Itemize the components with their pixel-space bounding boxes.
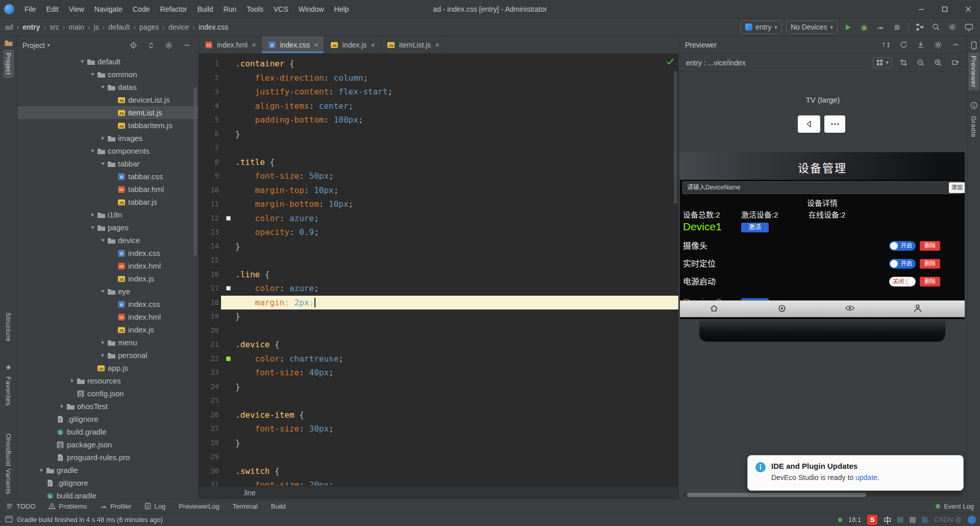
chevron-right-icon[interactable] <box>99 135 106 141</box>
breadcrumb-device[interactable]: device <box>168 23 189 31</box>
tree-item-itemlist-js[interactable]: JSitemList.js <box>17 106 198 119</box>
caret-position[interactable]: 18:1 <box>848 516 861 523</box>
tree-item-i18n[interactable]: i18n <box>17 208 198 221</box>
code-line[interactable]: 14} <box>199 240 678 254</box>
delete-button[interactable]: 删除 <box>920 259 940 269</box>
delete-button[interactable]: 删除 <box>920 241 940 251</box>
menu-window[interactable]: Window <box>293 0 329 18</box>
project-scrollbar[interactable] <box>193 87 197 256</box>
code-line[interactable]: 22 color: chartreuse; <box>199 352 678 366</box>
code-line[interactable]: 15 <box>199 253 678 268</box>
close-button[interactable] <box>957 0 980 18</box>
delete-button[interactable]: 删除 <box>920 277 940 286</box>
tree-item-components[interactable]: components <box>17 145 198 157</box>
breadcrumb-default[interactable]: default <box>108 23 130 31</box>
person-icon[interactable] <box>914 304 922 315</box>
breadcrumb-main[interactable]: main <box>69 23 84 31</box>
code-line[interactable]: 1.container { <box>199 57 678 71</box>
export-icon[interactable] <box>915 39 927 51</box>
tab-index-hml[interactable]: <>index.hml× <box>199 36 262 53</box>
tree-item-index-hml[interactable]: <>index.hml <box>17 310 198 323</box>
code-line[interactable]: 23 font-size: 40px; <box>199 366 678 380</box>
run-config-select[interactable]: entry ▾ <box>741 20 782 34</box>
tree-item-config-json[interactable]: {}config.json <box>17 387 198 400</box>
menu-code[interactable]: Code <box>128 0 155 18</box>
code-line[interactable]: 13 opacity: 0.9; <box>199 225 678 240</box>
tree-item-ohostest[interactable]: ohosTest <box>17 400 198 413</box>
breadcrumb-src[interactable]: src <box>50 23 59 31</box>
tree-item-pages[interactable]: pages <box>17 221 198 234</box>
frame-icon[interactable] <box>897 57 910 69</box>
chevron-down-icon[interactable] <box>99 289 106 294</box>
project-view-select[interactable]: Project ▾ <box>22 41 50 50</box>
code-line[interactable]: 11 margin-bottom: 10px; <box>199 197 678 211</box>
eye-icon[interactable] <box>845 304 854 314</box>
tree-item-default[interactable]: default <box>17 55 198 68</box>
search-everywhere-button[interactable] <box>930 21 942 33</box>
tree-item-index-hml[interactable]: <>index.hml <box>17 259 198 272</box>
toolwindow-log[interactable]: Log <box>144 503 165 510</box>
code-line[interactable]: 28} <box>199 436 678 450</box>
debug-button[interactable] <box>858 21 870 33</box>
tree-item-eye[interactable]: eye <box>17 285 198 298</box>
tree-item-personal[interactable]: personal <box>17 349 198 362</box>
maximize-button[interactable] <box>933 0 957 18</box>
code-line[interactable]: 25 <box>199 394 678 408</box>
code-line[interactable]: 26.device-item { <box>199 408 678 422</box>
toolwindow-profiler[interactable]: Profiler <box>100 503 131 510</box>
toggle-on-switch[interactable]: 开启 <box>889 241 916 251</box>
tree-item-device[interactable]: device <box>17 234 198 247</box>
code-line[interactable]: 10 margin-top: 10px; <box>199 183 678 198</box>
record-icon[interactable] <box>778 304 786 315</box>
chevron-down-icon[interactable] <box>89 148 96 154</box>
code-line[interactable]: 3 justify-content: flex-start; <box>199 85 678 99</box>
chevron-right-icon[interactable] <box>99 340 106 345</box>
menu-refactor[interactable]: Refactor <box>155 0 192 18</box>
tab-index-css[interactable]: #index.css× <box>262 36 324 53</box>
tree-item-gradle[interactable]: gradle <box>17 464 198 476</box>
chevron-down-icon[interactable] <box>99 84 106 90</box>
code-line[interactable]: 12 color: azure; <box>199 211 678 226</box>
minimize-button[interactable] <box>910 0 933 18</box>
code-line[interactable]: 24} <box>199 380 678 394</box>
editor-scrollbar[interactable] <box>674 71 677 204</box>
menu-tools[interactable]: Tools <box>241 0 268 18</box>
toolwindow-switcher-icon[interactable] <box>5 516 13 524</box>
tab-index-js[interactable]: JSindex.js× <box>324 36 381 53</box>
chevron-down-icon[interactable] <box>99 237 106 243</box>
chevron-down-icon[interactable] <box>99 161 106 166</box>
gear-icon[interactable] <box>932 39 944 51</box>
tool-button-ohosbuild-variants[interactable]: OhosBuild Variants <box>3 431 14 497</box>
rotate-icon[interactable] <box>949 57 962 69</box>
chevron-down-icon[interactable] <box>89 225 96 230</box>
code-line[interactable]: 7 <box>199 141 678 155</box>
panel-settings-icon[interactable] <box>163 39 175 52</box>
breadcrumb-entry[interactable]: entry <box>22 23 40 31</box>
tree-item-index-css[interactable]: #index.css <box>17 247 198 259</box>
tree-item--gitignore[interactable]: .gitignore <box>17 413 198 425</box>
tree-item-devicelist-js[interactable]: JSdeviceList.js <box>17 93 198 106</box>
code-line[interactable]: 20 <box>199 324 678 338</box>
breadcrumb-index-css[interactable]: index.css <box>199 23 228 31</box>
chevron-right-icon[interactable] <box>68 378 76 384</box>
menu-build[interactable]: Build <box>192 0 218 18</box>
code-line[interactable]: 4 align-items: center; <box>199 99 678 113</box>
notification-balloon[interactable]: IDE and Plugin Updates DevEco Studio is … <box>747 455 964 491</box>
toolwindow-build[interactable]: Build <box>271 503 286 510</box>
tree-item--gitignore[interactable]: .gitignore <box>17 476 198 489</box>
menu-navigate[interactable]: Navigate <box>89 0 128 18</box>
chevron-down-icon[interactable] <box>89 71 96 77</box>
tree-item-common[interactable]: common <box>17 68 198 81</box>
chevron-right-icon[interactable] <box>89 212 96 218</box>
collapse-all-icon[interactable] <box>145 39 157 52</box>
stop-button[interactable] <box>891 21 903 33</box>
tree-item-tabbar[interactable]: tabbar <box>17 157 198 170</box>
code-line[interactable]: 8.title { <box>199 155 678 170</box>
tree-item-package-json[interactable]: {}package.json <box>17 438 198 451</box>
settings-button[interactable] <box>946 21 959 33</box>
zoom-in-icon[interactable] <box>932 57 944 69</box>
code-line[interactable]: 27 font-size: 30px; <box>199 422 678 436</box>
tree-item-app-js[interactable]: JSapp.js <box>17 362 198 374</box>
menu-help[interactable]: Help <box>329 0 354 18</box>
toolwindow-previewerlog[interactable]: PreviewerLog <box>179 503 219 510</box>
